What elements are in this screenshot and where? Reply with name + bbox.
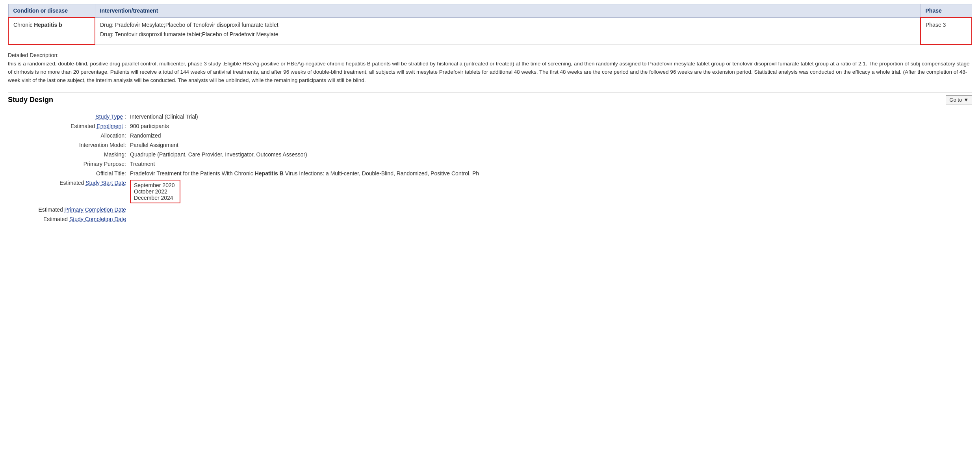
intervention-item-1: Drug: Pradefovir Mesylate;Placebo of Ten… bbox=[100, 22, 915, 28]
official-title-label: Official Title: bbox=[8, 170, 130, 177]
th-condition: Condition or disease bbox=[8, 4, 95, 18]
study-start-label: Estimated Study Start Date bbox=[8, 180, 130, 186]
dates-box: September 2020 October 2022 December 202… bbox=[130, 180, 180, 203]
study-completion-label: Estimated Study Completion Date bbox=[8, 216, 130, 222]
detailed-description-label: Detailed Description: bbox=[8, 52, 972, 58]
masking-row: Masking: Quadruple (Participant, Care Pr… bbox=[8, 151, 972, 158]
goto-label: Go to bbox=[949, 97, 962, 103]
th-phase: Phase bbox=[921, 4, 972, 18]
primary-completion-value: October 2022 bbox=[134, 188, 175, 195]
intervention-item-2: Drug: Tenofovir disoproxil fumarate tabl… bbox=[100, 31, 915, 37]
study-start-row: Estimated Study Start Date September 202… bbox=[8, 180, 972, 203]
intervention-model-value: Parallel Assignment bbox=[130, 142, 972, 148]
goto-button[interactable]: Go to ▼ bbox=[946, 95, 972, 104]
primary-purpose-value: Treatment bbox=[130, 161, 972, 167]
primary-completion-label: Estimated Primary Completion Date bbox=[8, 206, 130, 213]
primary-purpose-row: Primary Purpose: Treatment bbox=[8, 161, 972, 167]
detailed-description: Detailed Description: this is a randomiz… bbox=[8, 52, 972, 85]
intervention-cell: Drug: Pradefovir Mesylate;Placebo of Ten… bbox=[95, 17, 921, 45]
official-title-value: Pradefovir Treatment for the Patients Wi… bbox=[130, 170, 972, 177]
enrollment-value: 900 participants bbox=[130, 123, 972, 129]
masking-label: Masking: bbox=[8, 151, 130, 158]
study-start-value: September 2020 bbox=[134, 182, 175, 188]
study-completion-value: December 2024 bbox=[134, 195, 175, 201]
th-intervention: Intervention/treatment bbox=[95, 4, 921, 18]
official-title-row: Official Title: Pradefovir Treatment for… bbox=[8, 170, 972, 177]
study-completion-link[interactable]: Study Completion Date bbox=[69, 216, 126, 222]
intervention-model-row: Intervention Model: Parallel Assignment bbox=[8, 142, 972, 148]
allocation-label: Allocation: bbox=[8, 132, 130, 139]
primary-completion-row: Estimated Primary Completion Date bbox=[8, 206, 972, 213]
table-row: Chronic Hepatitis b Drug: Pradefovir Mes… bbox=[8, 17, 972, 45]
condition-table: Condition or disease Intervention/treatm… bbox=[8, 4, 972, 45]
condition-bold: Hepatitis b bbox=[34, 22, 62, 28]
study-completion-row: Estimated Study Completion Date bbox=[8, 216, 972, 222]
dropdown-arrow-icon: ▼ bbox=[963, 97, 969, 103]
enrollment-label: Estimated Enrollment : bbox=[8, 123, 130, 129]
intervention-model-label: Intervention Model: bbox=[8, 142, 130, 148]
primary-purpose-label: Primary Purpose: bbox=[8, 161, 130, 167]
detailed-description-text: this is a randomized, double-blind, posi… bbox=[8, 60, 972, 85]
enrollment-link[interactable]: Enrollment bbox=[97, 123, 123, 129]
study-type-row: Study Type : Interventional (Clinical Tr… bbox=[8, 113, 972, 120]
condition-cell: Chronic Hepatitis b bbox=[8, 17, 95, 45]
masking-value: Quadruple (Participant, Care Provider, I… bbox=[130, 151, 972, 158]
study-design-title: Study Design bbox=[8, 96, 53, 104]
official-title-prefix: Pradefovir Treatment for the Patients Wi… bbox=[130, 170, 255, 177]
study-start-value-col: September 2020 October 2022 December 202… bbox=[130, 180, 972, 203]
study-type-label: Study Type : bbox=[8, 113, 130, 120]
study-design-fields: Study Type : Interventional (Clinical Tr… bbox=[8, 113, 972, 222]
study-type-link[interactable]: Study Type bbox=[95, 113, 123, 120]
official-title-bold: Hepatitis B bbox=[255, 170, 284, 177]
study-start-link[interactable]: Study Start Date bbox=[85, 180, 126, 186]
allocation-value: Randomized bbox=[130, 132, 972, 139]
enrollment-row: Estimated Enrollment : 900 participants bbox=[8, 123, 972, 129]
primary-completion-link[interactable]: Primary Completion Date bbox=[65, 206, 126, 213]
official-title-suffix: Virus Infections: a Multi-center, Double… bbox=[284, 170, 479, 177]
condition-prefix: Chronic bbox=[13, 22, 34, 28]
study-design-header: Study Design Go to ▼ bbox=[8, 93, 972, 107]
allocation-row: Allocation: Randomized bbox=[8, 132, 972, 139]
study-type-value: Interventional (Clinical Trial) bbox=[130, 113, 972, 120]
phase-cell: Phase 3 bbox=[921, 17, 972, 45]
